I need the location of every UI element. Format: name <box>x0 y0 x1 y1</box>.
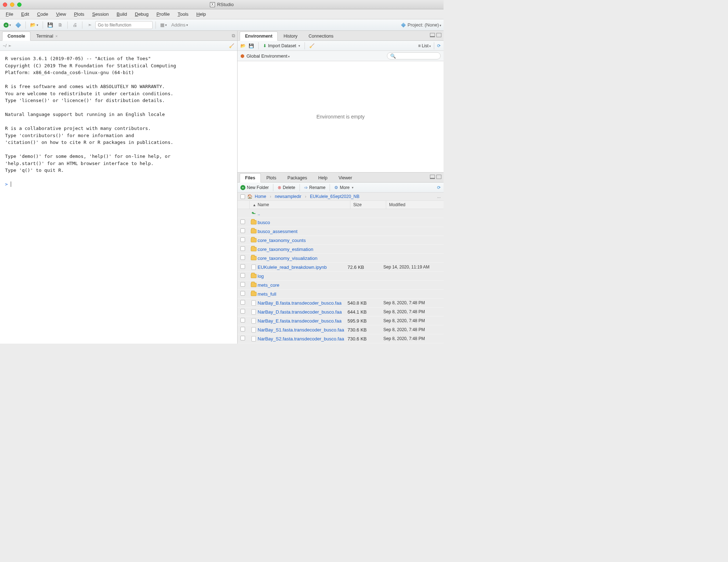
row-checkbox[interactable] <box>240 282 245 287</box>
menu-plots[interactable]: Plots <box>70 10 88 18</box>
tab-console[interactable]: Console <box>2 32 30 41</box>
file-row[interactable]: mets_core <box>238 281 444 290</box>
col-modified[interactable]: Modified <box>386 201 444 209</box>
file-name[interactable]: NarBay_S2.fasta.transdecoder_busco.faa <box>258 336 348 341</box>
menu-code[interactable]: Code <box>33 10 52 18</box>
file-row[interactable]: EUKulele_read_breakdown.ipynb72.6 KBSep … <box>238 263 444 272</box>
row-checkbox[interactable] <box>240 237 245 242</box>
file-name[interactable]: NarBay_E.fasta.transdecoder_busco.faa <box>258 318 348 324</box>
refresh-env-button[interactable]: ⟳ <box>437 43 441 48</box>
tab-terminal[interactable]: Terminal× <box>31 32 63 40</box>
file-row[interactable]: core_taxonomy_visualization <box>238 254 444 263</box>
save-workspace-button[interactable]: 💾 <box>249 43 254 48</box>
save-all-button[interactable]: 🗎 <box>56 21 64 29</box>
console-prompt[interactable]: > <box>5 181 232 188</box>
file-row[interactable]: busco <box>238 218 444 227</box>
file-name[interactable]: NarBay_S1.fasta.transdecoder_busco.faa <box>258 327 348 333</box>
row-checkbox[interactable] <box>240 228 245 233</box>
env-scope-dropdown[interactable]: Global Environment▾ <box>246 53 290 59</box>
load-workspace-button[interactable]: 📂 <box>240 43 246 48</box>
files-list[interactable]: ⬑ .. buscobusco_assessmentcore_taxonomy_… <box>238 209 444 344</box>
file-up-row[interactable]: ⬑ .. <box>238 209 444 218</box>
breadcrumb-home[interactable]: Home <box>255 194 266 199</box>
env-search-input[interactable] <box>397 53 437 58</box>
row-checkbox[interactable] <box>240 264 245 269</box>
tab-help[interactable]: Help <box>313 173 333 182</box>
file-row[interactable]: busco_assessment <box>238 227 444 236</box>
file-name[interactable]: core_taxonomy_counts <box>258 238 348 243</box>
col-name[interactable]: ▲Name <box>250 201 350 209</box>
menu-file[interactable]: File <box>2 10 17 18</box>
file-name[interactable]: core_taxonomy_visualization <box>258 256 348 261</box>
select-all-checkbox[interactable] <box>240 194 245 199</box>
file-name[interactable]: NarBay_D.fasta.transdecoder_busco.faa <box>258 309 348 315</box>
new-file-button[interactable]: +▾ <box>2 21 13 29</box>
tab-packages[interactable]: Packages <box>282 173 312 182</box>
console-output[interactable]: R version 3.6.1 (2019-07-05) -- "Action … <box>0 51 237 344</box>
menu-session[interactable]: Session <box>88 10 112 18</box>
import-dataset-button[interactable]: ⬇Import Dataset▾ <box>263 43 300 48</box>
file-name[interactable]: core_taxonomy_estimation <box>258 247 348 252</box>
row-checkbox[interactable] <box>240 246 245 251</box>
open-file-button[interactable]: 📂▾ <box>29 21 40 29</box>
menu-tools[interactable]: Tools <box>174 10 192 18</box>
env-view-toggle[interactable]: ≡ List▾ <box>418 43 431 48</box>
file-name[interactable]: EUKulele_read_breakdown.ipynb <box>258 265 348 270</box>
menu-debug[interactable]: Debug <box>131 10 152 18</box>
home-icon[interactable]: 🏠 <box>247 194 253 199</box>
menu-build[interactable]: Build <box>113 10 131 18</box>
row-checkbox[interactable] <box>240 318 245 323</box>
print-button[interactable]: 🖨 <box>71 21 79 29</box>
file-row[interactable]: NarBay_D.fasta.transdecoder_busco.faa644… <box>238 307 444 316</box>
file-name[interactable]: busco_assessment <box>258 229 348 234</box>
new-project-button[interactable] <box>14 21 23 29</box>
more-button[interactable]: ⚙More▾ <box>334 185 353 190</box>
refresh-files-button[interactable]: ⟳ <box>437 185 441 190</box>
file-row[interactable]: core_taxonomy_estimation <box>238 245 444 254</box>
file-name[interactable]: busco <box>258 220 348 225</box>
popout-icon[interactable]: ⧉ <box>232 33 235 39</box>
row-checkbox[interactable] <box>240 273 245 278</box>
env-search[interactable]: 🔍 <box>387 52 441 59</box>
file-row[interactable]: NarBay_E.fasta.transdecoder_busco.faa595… <box>238 316 444 325</box>
maximize-pane-icon[interactable] <box>436 33 441 37</box>
goto-input[interactable] <box>95 21 153 29</box>
minimize-pane-icon[interactable] <box>430 175 435 179</box>
grid-button[interactable]: ▦▾ <box>159 21 168 29</box>
file-name[interactable]: mets_full <box>258 291 348 297</box>
breadcrumb-overflow[interactable]: ... <box>437 194 441 199</box>
col-size[interactable]: Size <box>350 201 386 209</box>
maximize-pane-icon[interactable] <box>436 175 441 179</box>
tab-plots[interactable]: Plots <box>261 173 282 182</box>
close-icon[interactable]: × <box>56 34 58 38</box>
rename-button[interactable]: ➩Rename <box>304 185 325 190</box>
menu-view[interactable]: View <box>52 10 70 18</box>
clear-console-button[interactable]: 🧹 <box>229 43 234 48</box>
file-name[interactable]: mets_core <box>258 282 348 288</box>
row-checkbox[interactable] <box>240 309 245 314</box>
row-checkbox[interactable] <box>240 255 245 260</box>
clear-env-button[interactable]: 🧹 <box>309 43 315 48</box>
tab-connections[interactable]: Connections <box>303 32 339 40</box>
menu-edit[interactable]: Edit <box>18 10 33 18</box>
file-row[interactable]: mets_full <box>238 290 444 299</box>
menu-profile[interactable]: Profile <box>153 10 173 18</box>
file-name[interactable]: log <box>258 273 348 279</box>
new-folder-button[interactable]: +New Folder <box>240 185 269 190</box>
tab-history[interactable]: History <box>278 32 303 40</box>
row-checkbox[interactable] <box>240 291 245 296</box>
file-row[interactable]: NarBay_S1.fasta.transdecoder_busco.faa73… <box>238 325 444 334</box>
breadcrumb-1[interactable]: newsampledir <box>275 194 301 199</box>
breadcrumb-2[interactable]: EUKulele_6Sept2020_NB <box>310 194 359 199</box>
row-checkbox[interactable] <box>240 219 245 224</box>
row-checkbox[interactable] <box>240 327 245 331</box>
file-row[interactable]: core_taxonomy_counts <box>238 236 444 245</box>
tab-environment[interactable]: Environment <box>240 32 278 41</box>
file-row[interactable]: NarBay_B.fasta.transdecoder_busco.faa540… <box>238 299 444 307</box>
row-checkbox[interactable] <box>240 336 245 340</box>
addins-button[interactable]: Addins▾ <box>170 21 190 29</box>
file-row[interactable]: log <box>238 272 444 281</box>
file-row[interactable]: NarBay_S2.fasta.transdecoder_busco.faa73… <box>238 334 444 343</box>
save-button[interactable]: 💾 <box>46 21 54 29</box>
tab-files[interactable]: Files <box>240 173 261 183</box>
